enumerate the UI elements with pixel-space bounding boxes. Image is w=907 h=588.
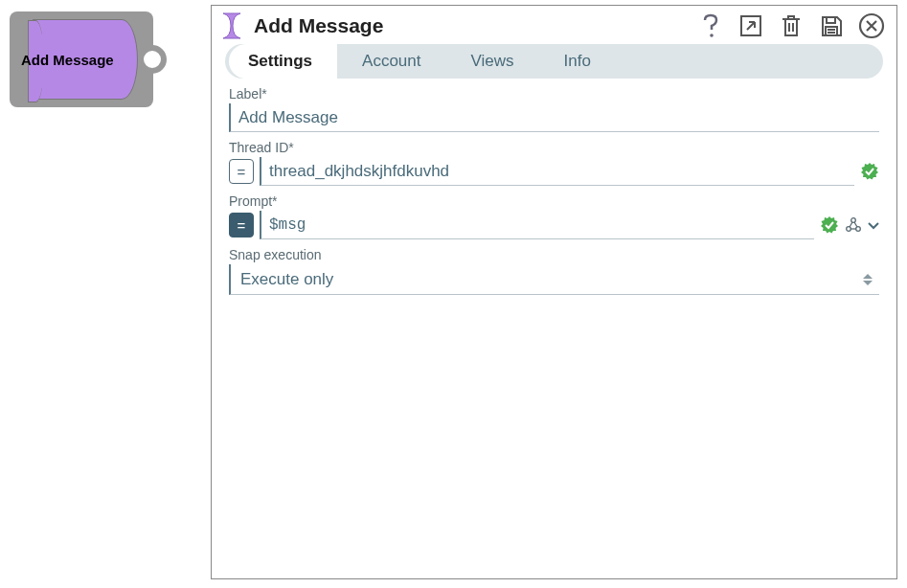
prompt-caption: Prompt* xyxy=(229,193,879,209)
verified-badge-icon xyxy=(860,162,879,181)
verified-badge-icon xyxy=(820,215,839,235)
label-input[interactable] xyxy=(229,103,879,132)
tab-views[interactable]: Views xyxy=(446,44,539,79)
prompt-row: = xyxy=(229,211,879,239)
snap-label: Add Message xyxy=(21,52,114,68)
label-row xyxy=(229,103,879,132)
chevron-down-icon[interactable] xyxy=(868,216,879,234)
field-thread-id: Thread ID* = xyxy=(229,140,879,186)
svg-rect-2 xyxy=(827,17,835,23)
svg-point-9 xyxy=(856,227,861,232)
field-snap-execution: Snap execution Execute only xyxy=(229,247,879,295)
svg-point-7 xyxy=(851,218,856,223)
save-icon[interactable] xyxy=(818,12,845,39)
label-caption: Label* xyxy=(229,86,879,102)
snap-execution-select[interactable]: Execute only xyxy=(229,264,879,295)
snap-execution-caption: Snap execution xyxy=(229,247,879,262)
select-stepper-icon xyxy=(862,273,873,286)
svg-rect-3 xyxy=(826,27,837,35)
thread-id-input[interactable] xyxy=(260,157,854,186)
field-prompt: Prompt* = xyxy=(229,193,879,239)
snap-type-icon xyxy=(219,11,246,40)
form: Label* Thread ID* = Prompt* xyxy=(212,79,896,310)
tab-settings[interactable]: Settings xyxy=(229,44,337,79)
thread-id-row: = xyxy=(229,157,879,186)
svg-line-11 xyxy=(854,222,857,227)
tab-account[interactable]: Account xyxy=(337,44,445,79)
tabs: Settings Account Views Info xyxy=(225,44,883,79)
trash-icon[interactable] xyxy=(778,12,805,39)
snap-body: Add Message xyxy=(10,11,153,107)
svg-line-10 xyxy=(850,222,852,227)
field-label: Label* xyxy=(229,86,879,132)
snap-output-port[interactable] xyxy=(138,45,167,74)
schema-suggest-icon[interactable] xyxy=(845,216,862,234)
settings-panel: Add Message xyxy=(211,5,897,579)
panel-header: Add Message xyxy=(212,6,896,44)
help-icon[interactable] xyxy=(697,12,724,39)
snap-execution-value: Execute only xyxy=(240,270,862,289)
thread-id-caption: Thread ID* xyxy=(229,140,879,155)
thread-id-expression-toggle[interactable]: = xyxy=(229,159,254,184)
prompt-input[interactable] xyxy=(260,211,814,239)
tab-info[interactable]: Info xyxy=(539,44,616,79)
prompt-expression-toggle[interactable]: = xyxy=(229,213,254,237)
export-icon[interactable] xyxy=(737,12,764,39)
svg-point-8 xyxy=(847,227,851,232)
snap-node[interactable]: Add Message xyxy=(10,11,172,107)
toolbar xyxy=(697,12,885,39)
svg-point-0 xyxy=(710,34,714,37)
close-icon[interactable] xyxy=(858,12,885,39)
panel-title: Add Message xyxy=(254,14,690,37)
tabs-container: Settings Account Views Info xyxy=(212,44,896,79)
